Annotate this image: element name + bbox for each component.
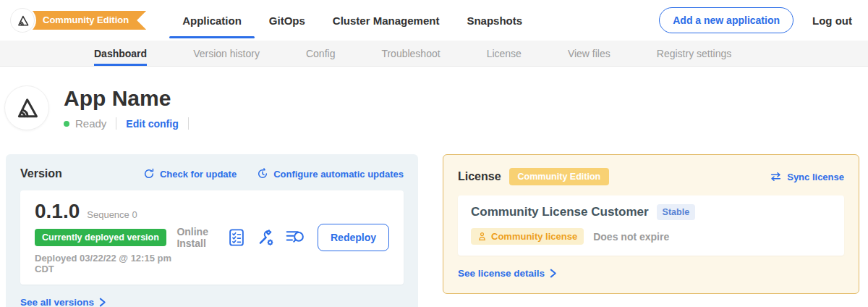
status-dot [64,121,69,127]
deployed-badge: Currently deployed version [35,229,166,246]
tab-gitops[interactable]: GitOps [268,0,307,41]
subtab-dashboard[interactable]: Dashboard [94,41,147,66]
redeploy-button[interactable]: Redeploy [318,224,389,251]
expiry-text: Does not expire [593,231,669,243]
configure-automatic-updates-link[interactable]: Configure automatic updates [257,168,404,180]
channel-badge: Stable [657,204,696,220]
see-license-details-link[interactable]: See license details [458,268,844,279]
brand: Community Edition [10,8,146,33]
app-heading: App Name Ready Edit config [0,67,868,130]
page-title: App Name [64,86,198,111]
see-all-versions-link[interactable]: See all versions [20,297,404,307]
divider [188,117,189,130]
subtab-config[interactable]: Config [306,41,335,66]
app-logo-icon [4,85,49,130]
preflight-checklist-icon[interactable] [228,228,245,247]
chevron-right-icon [549,269,557,278]
subtab-troubleshoot[interactable]: Troubleshoot [381,41,440,66]
divider [116,117,116,130]
version-number: 0.1.0 [35,200,80,223]
subtab-registry-settings[interactable]: Registry settings [657,41,731,66]
subtab-view-files[interactable]: View files [568,41,610,66]
check-for-update-link[interactable]: Check for update [143,168,237,180]
license-detail-panel: Community License Customer Stable Commun… [458,195,844,256]
clock-history-icon [257,168,268,180]
customer-name: Community License Customer [471,205,649,219]
log-search-icon[interactable] [286,229,305,245]
logout-button[interactable]: Log out [812,14,852,27]
version-card: Version Check for update [6,154,418,307]
tab-application[interactable]: Application [181,0,243,41]
edition-ribbon-badge: Community Edition [22,11,146,30]
version-card-title: Version [20,167,62,180]
refresh-icon [143,168,155,180]
dashboard-cards: Version Check for update [0,130,868,307]
subtab-license[interactable]: License [487,41,522,66]
chevron-right-icon [98,298,106,307]
header-right: Add a new application Log out [659,7,852,33]
sync-license-link[interactable]: Sync license [770,172,844,182]
license-card-title: License [458,170,501,183]
wrench-gear-config-icon[interactable] [256,228,275,247]
person-icon [477,232,487,241]
main-nav: Application GitOps Cluster Management Sn… [181,0,548,41]
install-type-label: Online Install [176,226,216,249]
replicated-logo-icon [10,8,35,33]
license-card: License Community Edition Sync license [443,154,859,294]
add-new-application-button[interactable]: Add a new application [659,7,793,33]
tab-cluster-management[interactable]: Cluster Management [331,0,441,41]
status-text: Ready [75,117,106,130]
top-header: Community Edition Application GitOps Clu… [0,0,868,41]
subtab-version-history[interactable]: Version history [193,41,260,66]
current-version-panel: 0.1.0 Sequence 0 Currently deployed vers… [20,190,404,285]
edit-config-link[interactable]: Edit config [126,118,178,130]
community-edition-badge: Community Edition [509,168,610,185]
swap-arrows-icon [770,172,782,182]
app-subnav: Dashboard Version history Config Trouble… [0,41,868,67]
sequence-label: Sequence 0 [87,209,137,220]
license-type-badge: Community license [471,228,584,245]
deployed-timestamp: Deployed 03/22/22 @ 12:15 pm CDT [35,253,176,274]
tab-snapshots[interactable]: Snapshots [465,0,524,41]
